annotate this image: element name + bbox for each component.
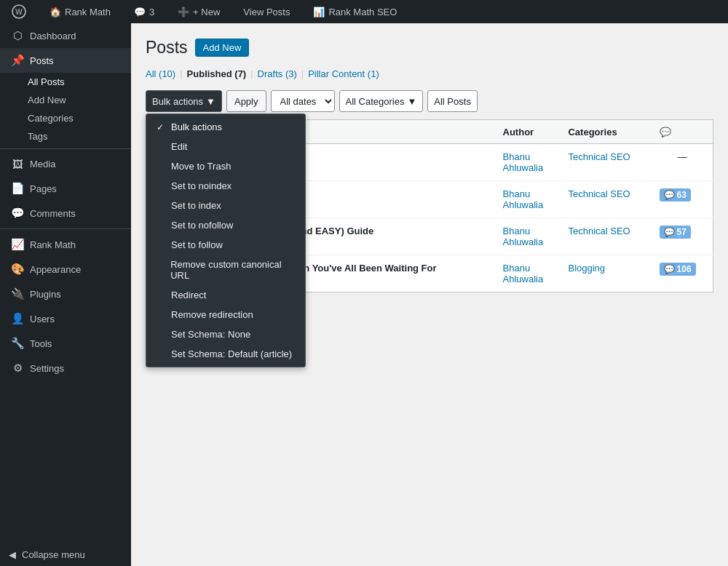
appearance-icon: 🎨 (11, 263, 24, 276)
page-title-area: Posts Add New (146, 38, 713, 57)
comment-badge-icon: 💬 (664, 227, 675, 237)
row-author-cell: BhanuAhluwalia (496, 144, 561, 181)
tab-all-link[interactable]: All (10) (146, 68, 175, 79)
all-posts-filter-wrapper: All Posts (427, 90, 478, 112)
sidebar-item-pages[interactable]: 📄 Pages (0, 176, 131, 201)
comment-badge: 💬 63 (660, 188, 691, 202)
pages-icon: 📄 (11, 182, 24, 195)
bulk-actions-chevron: ▼ (206, 96, 215, 107)
author-link[interactable]: BhanuAhluwalia (503, 226, 544, 247)
users-icon: 👤 (11, 312, 24, 325)
bulk-actions-wrapper: Bulk actions ▼ ✓ Bulk actions Edit Move … (146, 90, 222, 112)
row-author-cell: BhanuAhluwalia (496, 181, 561, 218)
sidebar-item-media[interactable]: 🖼 Media (0, 152, 131, 176)
sidebar-item-tools[interactable]: 🔧 Tools (0, 331, 131, 356)
sidebar-item-rank-math[interactable]: 📈 Rank Math (0, 232, 131, 257)
sidebar-item-appearance[interactable]: 🎨 Appearance (0, 257, 131, 282)
svg-text:W: W (15, 8, 23, 16)
dates-filter-wrapper: All dates (271, 90, 335, 112)
table-header-author: Author (496, 120, 561, 144)
tab-drafts-link[interactable]: Drafts (3) (258, 68, 297, 79)
adminbar-rank-math-seo[interactable]: 📊 Rank Math SEO (309, 0, 401, 23)
row-comments-cell: 💬 63 (652, 181, 713, 218)
row-categories-cell: Technical SEO (561, 181, 652, 218)
tab-published-link[interactable]: Published (7) (187, 68, 247, 79)
page-title: Posts (146, 38, 188, 57)
tab-all: All (10) | (146, 68, 187, 79)
comment-header-icon: 💬 (660, 127, 671, 137)
rank-math-icon: 📈 (11, 238, 24, 251)
comment-badge-icon: 💬 (664, 264, 675, 274)
sidebar-item-dashboard[interactable]: ⬡ Dashboard (0, 23, 131, 48)
author-link[interactable]: BhanuAhluwalia (503, 188, 544, 210)
sidebar-item-users[interactable]: 👤 Users (0, 306, 131, 331)
sidebar-item-settings[interactable]: ⚙ Settings (0, 356, 131, 380)
bulk-option-schema-none[interactable]: Set Schema: None (146, 324, 305, 344)
sidebar-item-tags[interactable]: Tags (0, 127, 131, 146)
bulk-option-set-index[interactable]: Set to index (146, 196, 305, 215)
adminbar-site-name[interactable]: 🏠 Rank Math (45, 0, 115, 23)
category-link[interactable]: Technical SEO (568, 188, 630, 199)
categories-chevron: ▼ (407, 96, 416, 107)
sidebar-item-plugins[interactable]: 🔌 Plugins (0, 282, 131, 306)
bulk-actions-dropdown: ✓ Bulk actions Edit Move to Trash Set to… (146, 113, 306, 367)
menu-separator-2 (0, 228, 131, 229)
sidebar-item-add-new[interactable]: Add New (0, 91, 131, 109)
bulk-option-remove-redirection[interactable]: Remove redirection (146, 305, 305, 324)
table-header-categories: Categories (561, 120, 652, 144)
sidebar-item-categories[interactable]: Categories (0, 109, 131, 127)
row-comments-cell: — (652, 144, 713, 181)
apply-button[interactable]: Apply (226, 90, 266, 112)
collapse-menu-icon: ◀ (9, 549, 16, 560)
dates-filter-select[interactable]: All dates (271, 90, 335, 112)
tools-icon: 🔧 (11, 337, 24, 350)
bulk-option-edit[interactable]: Edit (146, 137, 305, 156)
comment-badge-icon: 💬 (664, 190, 675, 200)
add-new-button[interactable]: Add New (195, 39, 250, 57)
tab-pillar-link[interactable]: Pillar Content (1) (308, 68, 379, 79)
bulk-option-set-noindex[interactable]: Set to noindex (146, 176, 305, 196)
categories-filter-button[interactable]: All Categories ▼ (339, 90, 424, 112)
row-author-cell: BhanuAhluwalia (496, 255, 561, 292)
bulk-option-set-nofollow[interactable]: Set to nofollow (146, 215, 305, 235)
sidebar-item-all-posts[interactable]: All Posts (0, 73, 131, 91)
main-content: Posts Add New All (10) | Published (7) |… (131, 23, 728, 566)
sidebar-item-comments[interactable]: 💬 Comments (0, 201, 131, 226)
row-author-cell: BhanuAhluwalia (496, 218, 561, 255)
comment-badge: 💬 106 (660, 263, 696, 276)
bulk-actions-button[interactable]: Bulk actions ▼ (146, 90, 222, 112)
bulk-option-bulk-actions[interactable]: ✓ Bulk actions (146, 117, 305, 137)
row-comments-cell: 💬 57 (652, 218, 713, 255)
all-posts-filter-button[interactable]: All Posts (427, 90, 478, 112)
category-link[interactable]: Blogging (568, 263, 605, 274)
sidebar-item-posts[interactable]: 📌 Posts (0, 48, 131, 73)
bulk-option-schema-default[interactable]: Set Schema: Default (article) (146, 344, 305, 364)
adminbar-new[interactable]: ➕ + New (173, 0, 224, 23)
tab-published: Published (7) | (187, 68, 258, 79)
checkmark-icon: ✓ (157, 122, 167, 132)
filters-row: Bulk actions ▼ ✓ Bulk actions Edit Move … (146, 90, 713, 112)
media-icon: 🖼 (11, 158, 24, 170)
dashboard-icon: ⬡ (11, 29, 24, 42)
author-link[interactable]: BhanuAhluwalia (503, 151, 544, 173)
bulk-option-redirect[interactable]: Redirect (146, 285, 305, 305)
category-link[interactable]: Technical SEO (568, 226, 630, 236)
sidebar: ⬡ Dashboard 📌 Posts All Posts Add New Ca… (0, 23, 131, 566)
adminbar-wp-logo[interactable]: W (7, 0, 31, 23)
posts-filter-tabs: All (10) | Published (7) | Drafts (3) | … (146, 68, 713, 79)
categories-filter-wrapper: All Categories ▼ (339, 90, 424, 112)
adminbar-comments[interactable]: 💬 3 (130, 0, 159, 23)
row-categories-cell: Technical SEO (561, 144, 652, 181)
category-link[interactable]: Technical SEO (568, 151, 630, 162)
adminbar-view-posts[interactable]: View Posts (239, 0, 294, 23)
bulk-option-move-to-trash[interactable]: Move to Trash (146, 156, 305, 176)
row-comments-cell: 💬 106 (652, 255, 713, 292)
bulk-option-remove-canonical[interactable]: Remove custom canonical URL (146, 255, 305, 285)
row-categories-cell: Technical SEO (561, 218, 652, 255)
bulk-option-set-follow[interactable]: Set to follow (146, 235, 305, 255)
author-link[interactable]: BhanuAhluwalia (503, 263, 544, 284)
collapse-menu-button[interactable]: ◀ Collapse menu (0, 543, 131, 566)
admin-bar: W 🏠 Rank Math 💬 3 ➕ + New View Posts 📊 R… (0, 0, 728, 23)
menu-separator-1 (0, 148, 131, 149)
table-header-comments: 💬 (652, 120, 713, 144)
